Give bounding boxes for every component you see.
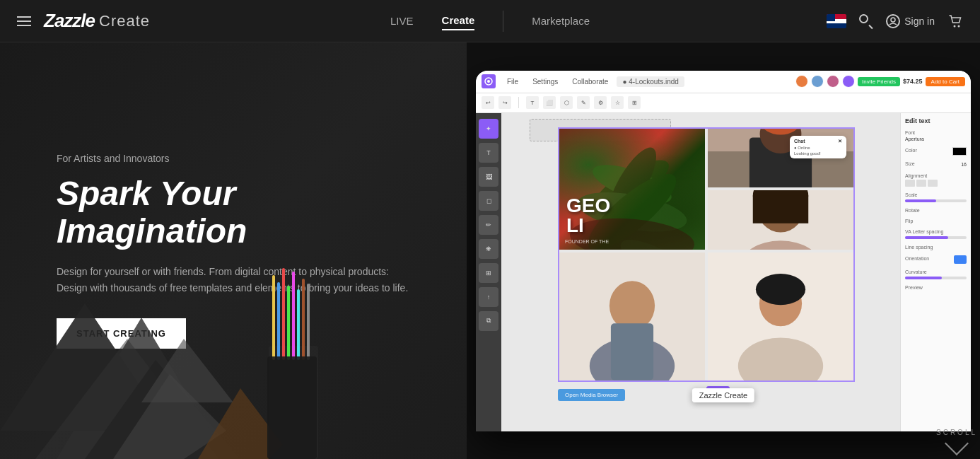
orientation-row: Orientation bbox=[905, 255, 967, 264]
woman-svg bbox=[708, 190, 853, 250]
tool-btn-6[interactable]: ✎ bbox=[577, 96, 590, 109]
tool-draw[interactable]: ✏ bbox=[479, 215, 498, 235]
hero-subtitle: For Artists and Innovators bbox=[57, 153, 410, 164]
svg-marker-6 bbox=[85, 360, 240, 459]
start-creating-button[interactable]: START CREATING bbox=[57, 318, 186, 349]
hero-description: Design for yourself or with friends. Fro… bbox=[57, 264, 410, 296]
panel-scale: Scale bbox=[905, 192, 967, 202]
nav-create[interactable]: Create bbox=[442, 11, 475, 30]
open-media-button[interactable]: Open Media Browser bbox=[558, 389, 625, 401]
svg-marker-7 bbox=[113, 374, 226, 459]
tab-document-title[interactable]: ● 4-Lockouts.indd bbox=[617, 76, 684, 87]
line-spacing-label: Line spacing bbox=[905, 245, 967, 250]
align-center[interactable] bbox=[916, 180, 926, 187]
nav-left: Zazzle Create bbox=[17, 10, 390, 32]
panel-flip: Flip bbox=[905, 219, 967, 223]
main-nav: Zazzle Create LIVE Create Marketplace Si… bbox=[0, 0, 980, 42]
svg-point-0 bbox=[891, 18, 895, 22]
scale-fill bbox=[905, 199, 936, 202]
avatar-4 bbox=[842, 75, 855, 88]
add-to-cart-button[interactable]: Add to Cart bbox=[926, 77, 965, 86]
panel-preview: Preview bbox=[905, 285, 967, 290]
invite-friends-button[interactable]: Invite Friends bbox=[858, 77, 900, 86]
tool-btn-3[interactable]: T bbox=[526, 96, 539, 109]
svg-marker-5 bbox=[35, 339, 219, 459]
panel-edit-text: Edit text bbox=[905, 117, 967, 124]
woman-smiling-cell bbox=[708, 190, 853, 250]
search-icon[interactable] bbox=[859, 14, 873, 28]
selection-toolbar[interactable]: − + bbox=[706, 386, 730, 397]
woman-asian-cell bbox=[708, 252, 853, 380]
letter-spacing-fill bbox=[905, 236, 948, 239]
tab-settings[interactable]: Settings bbox=[527, 76, 564, 87]
editor-logo bbox=[482, 74, 496, 88]
tool-btn-8[interactable]: ☆ bbox=[611, 96, 624, 109]
geo-text: GEO LI bbox=[566, 196, 610, 236]
svg-rect-14 bbox=[287, 286, 290, 360]
preview-label: Preview bbox=[905, 285, 967, 290]
tool-btn-7[interactable]: ⚙ bbox=[594, 96, 607, 109]
font-row: Apertura bbox=[905, 136, 967, 141]
avatar-2 bbox=[811, 75, 824, 88]
tool-btn-5[interactable]: ⬡ bbox=[560, 96, 573, 109]
brand-zazzle-text: Zazzle bbox=[44, 10, 95, 32]
nav-center: LIVE Create Marketplace bbox=[390, 11, 590, 32]
panel-line-spacing: Line spacing bbox=[905, 245, 967, 250]
brand-logo[interactable]: Zazzle Create bbox=[44, 10, 150, 32]
panel-color: Color bbox=[905, 147, 967, 156]
nav-live[interactable]: LIVE bbox=[390, 12, 414, 30]
svg-point-44 bbox=[609, 281, 655, 330]
design-collage: GEO LI FOUNDER OF THE bbox=[558, 127, 855, 382]
tool-shape[interactable]: ◻ bbox=[479, 191, 498, 211]
monitor: File Settings Collaborate ● 4-Lockouts.i… bbox=[476, 71, 971, 431]
tool-btn-1[interactable]: ↩ bbox=[482, 96, 494, 109]
toolbar-divider bbox=[518, 97, 519, 108]
tool-text[interactable]: T bbox=[479, 143, 498, 163]
tool-image[interactable]: 🖼 bbox=[479, 167, 498, 187]
tool-layers[interactable]: ⧉ bbox=[479, 311, 498, 331]
svg-rect-41 bbox=[753, 196, 808, 223]
svg-point-21 bbox=[487, 80, 490, 83]
tab-file[interactable]: File bbox=[501, 76, 524, 87]
tool-btn-9[interactable]: ⊞ bbox=[628, 96, 641, 109]
svg-rect-45 bbox=[611, 323, 653, 380]
tool-btn-4[interactable]: ⬜ bbox=[543, 96, 556, 109]
letter-spacing-slider[interactable] bbox=[905, 236, 967, 239]
tool-templates[interactable]: ⊞ bbox=[479, 263, 498, 283]
color-swatch[interactable] bbox=[952, 147, 967, 156]
man-smiling-cell bbox=[559, 252, 705, 380]
menu-button[interactable] bbox=[17, 16, 31, 26]
editor-canvas[interactable]: ↑ Upload Image bbox=[501, 113, 900, 431]
chat-bubble: Chat ✕ ● Online Looking good! bbox=[790, 136, 846, 158]
curvature-slider[interactable] bbox=[905, 277, 967, 279]
edit-text-label: Edit text bbox=[905, 117, 967, 124]
curvature-fill bbox=[905, 277, 942, 279]
editor-right-panel: Edit text Font Apertura Color bbox=[900, 113, 971, 431]
user-icon[interactable] bbox=[886, 14, 900, 28]
flag-icon[interactable] bbox=[827, 14, 846, 28]
avatar-3 bbox=[827, 75, 839, 88]
orientation-value[interactable] bbox=[954, 255, 967, 264]
hero-section: For Artists and Innovators Spark Your Im… bbox=[0, 42, 467, 459]
panel-rotate: Rotate bbox=[905, 208, 967, 213]
editor-toolbar: ↩ ↪ T ⬜ ⬡ ✎ ⚙ ☆ ⊞ bbox=[476, 93, 971, 113]
tropical-cell: GEO LI FOUNDER OF THE bbox=[559, 129, 705, 250]
scale-label: Scale bbox=[905, 192, 967, 197]
svg-rect-19 bbox=[267, 356, 317, 459]
tool-select[interactable]: ✦ bbox=[479, 119, 498, 139]
scale-slider[interactable] bbox=[905, 199, 967, 202]
nav-divider bbox=[503, 11, 503, 32]
align-left[interactable] bbox=[905, 180, 915, 187]
cart-icon[interactable] bbox=[947, 13, 963, 29]
panel-alignment: Alignment bbox=[905, 173, 967, 187]
nav-right: Sign in bbox=[590, 13, 963, 29]
svg-point-49 bbox=[756, 274, 805, 305]
tool-elements[interactable]: ❋ bbox=[479, 239, 498, 259]
tool-uploads[interactable]: ↑ bbox=[479, 287, 498, 307]
tab-collaborate[interactable]: Collaborate bbox=[566, 76, 614, 87]
nav-marketplace[interactable]: Marketplace bbox=[532, 12, 590, 30]
align-right[interactable] bbox=[928, 180, 938, 187]
sign-in-label[interactable]: Sign in bbox=[904, 16, 935, 27]
tool-btn-2[interactable]: ↪ bbox=[498, 96, 511, 109]
svg-marker-9 bbox=[198, 388, 283, 459]
